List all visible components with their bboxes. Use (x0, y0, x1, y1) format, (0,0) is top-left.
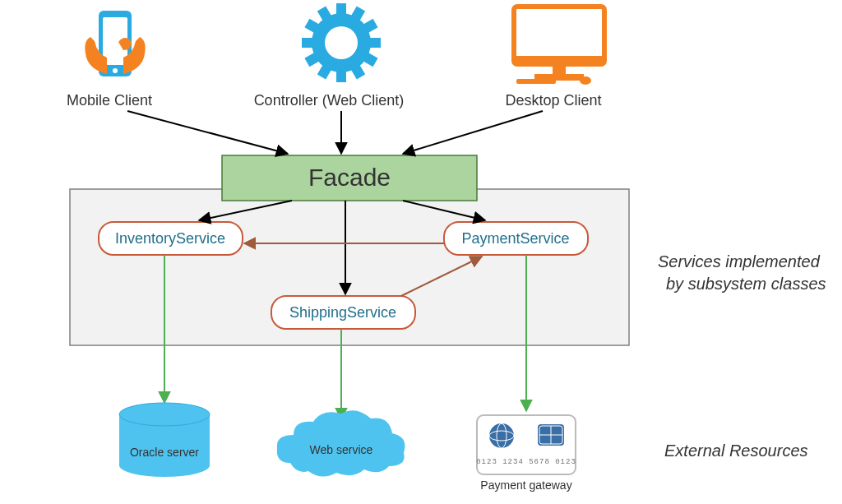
payment-gateway-label: Payment gateway (480, 479, 571, 492)
mobile-client-label: Mobile Client (67, 92, 152, 109)
desktop-client-label: Desktop Client (505, 92, 601, 109)
svg-point-2 (113, 68, 118, 73)
side-label-services-l2: by subsystem classes (666, 275, 826, 293)
arrow-desktop-to-facade (403, 111, 543, 154)
svg-point-28 (489, 423, 514, 448)
side-label-services-l1: Services implemented (658, 252, 821, 270)
svg-rect-19 (553, 66, 566, 74)
mobile-client-icon (85, 11, 145, 76)
web-client-icon (302, 3, 381, 82)
web-client-label: Controller (Web Client) (254, 92, 405, 109)
card-digits: 0123 1234 5678 0123 (476, 458, 576, 466)
svg-point-16 (325, 26, 358, 59)
arrow-mobile-to-facade (127, 111, 288, 154)
oracle-server-label: Oracle server (130, 446, 199, 459)
inventory-service-label: InventoryService (115, 230, 225, 247)
svg-rect-9 (336, 71, 346, 82)
oracle-server-icon (119, 403, 210, 477)
svg-point-22 (580, 76, 591, 85)
svg-rect-21 (516, 79, 556, 84)
svg-rect-3 (336, 3, 346, 15)
svg-rect-12 (302, 38, 313, 48)
svg-rect-17 (514, 7, 604, 64)
payment-service-label: PaymentService (461, 230, 569, 247)
side-label-resources: External Resources (664, 442, 808, 460)
facade-label: Facade (308, 164, 391, 191)
web-service-label: Web service (310, 443, 373, 456)
desktop-client-icon (514, 7, 604, 85)
payment-gateway-icon: 0123 1234 5678 0123 (476, 415, 576, 474)
svg-rect-6 (369, 38, 381, 48)
svg-rect-18 (514, 56, 604, 66)
shipping-service-label: ShippingService (289, 304, 396, 321)
